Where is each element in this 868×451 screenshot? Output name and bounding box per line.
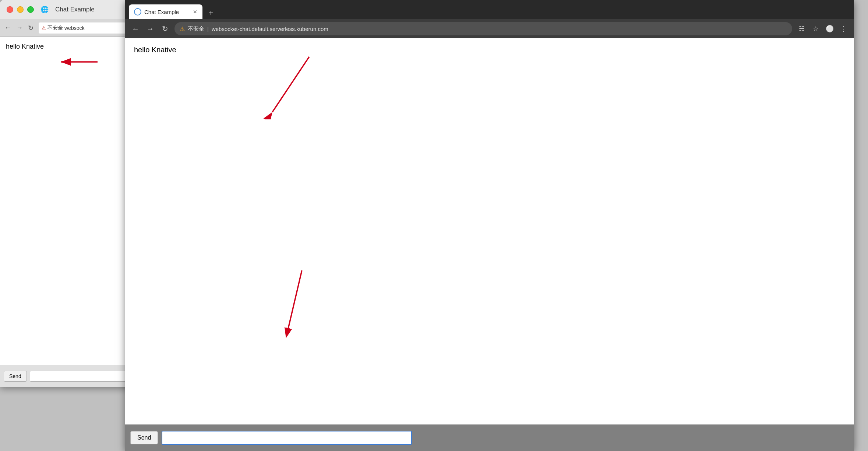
chrome-tabbar: Chat Example ✕ + bbox=[125, 0, 854, 19]
chrome-footer: Send bbox=[125, 424, 854, 451]
bookmark-icon[interactable]: ☆ bbox=[811, 24, 821, 34]
chrome-url-separator: | bbox=[207, 26, 209, 32]
chrome-chat-message: hello Knative bbox=[134, 46, 845, 54]
left-send-button[interactable]: Send bbox=[4, 371, 27, 382]
security-warning-icon: ⚠ bbox=[180, 25, 185, 32]
security-indicator: ⚠ bbox=[42, 25, 46, 31]
back-button[interactable]: ← bbox=[4, 24, 11, 32]
refresh-nav-button[interactable]: ↻ bbox=[160, 24, 170, 34]
url-text: websock bbox=[64, 25, 84, 31]
chrome-address-bar[interactable]: ⚠ 不安全 | websocket-chat.default.serverles… bbox=[174, 22, 792, 35]
chrome-message-input[interactable] bbox=[162, 431, 412, 445]
right-chrome-window: Chat Example ✕ + ← → ↻ ⚠ 不安全 | websocket… bbox=[125, 0, 854, 451]
minimize-button[interactable] bbox=[17, 6, 24, 13]
maximize-button[interactable] bbox=[27, 6, 34, 13]
chrome-chat-content: hello Knative bbox=[125, 38, 854, 424]
chrome-toolbar: ☵ ☆ ⚪ ⋮ bbox=[797, 24, 849, 34]
profile-icon[interactable]: ⚪ bbox=[825, 24, 835, 34]
chrome-send-button[interactable]: Send bbox=[130, 431, 158, 444]
plus-icon: + bbox=[209, 8, 214, 18]
chrome-body: hello Knative Send bbox=[125, 38, 854, 451]
new-tab-button[interactable]: + bbox=[205, 7, 217, 19]
chrome-security-label: 不安全 bbox=[188, 25, 204, 32]
tab-close-button[interactable]: ✕ bbox=[193, 9, 197, 15]
close-button[interactable] bbox=[7, 6, 13, 13]
forward-button[interactable]: → bbox=[16, 24, 23, 32]
refresh-button[interactable]: ↻ bbox=[28, 24, 33, 32]
security-label: 不安全 bbox=[47, 25, 63, 31]
tab-title: Chat Example bbox=[144, 9, 190, 15]
globe-icon: 🌐 bbox=[40, 6, 49, 14]
window-title: Chat Example bbox=[55, 6, 95, 13]
back-nav-button[interactable]: ← bbox=[130, 24, 141, 34]
active-tab[interactable]: Chat Example ✕ bbox=[129, 4, 202, 19]
translate-icon[interactable]: ☵ bbox=[797, 24, 807, 34]
chrome-url-text: websocket-chat.default.serverless.kuberu… bbox=[212, 26, 328, 32]
forward-nav-button[interactable]: → bbox=[145, 24, 155, 34]
chrome-navbar: ← → ↻ ⚠ 不安全 | websocket-chat.default.ser… bbox=[125, 19, 854, 38]
tab-favicon bbox=[134, 8, 141, 15]
menu-icon[interactable]: ⋮ bbox=[839, 24, 849, 34]
